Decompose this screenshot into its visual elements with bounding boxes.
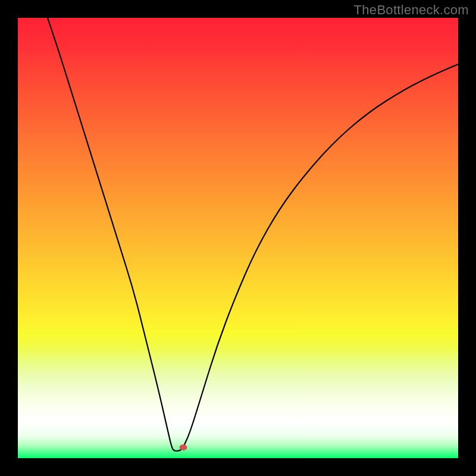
plot-area <box>18 18 458 458</box>
chart-container: TheBottleneck.com <box>0 0 476 476</box>
attribution-text: TheBottleneck.com <box>354 2 469 18</box>
curve-svg <box>18 18 458 458</box>
marker-dot <box>180 444 187 450</box>
bottleneck-curve <box>48 18 458 451</box>
